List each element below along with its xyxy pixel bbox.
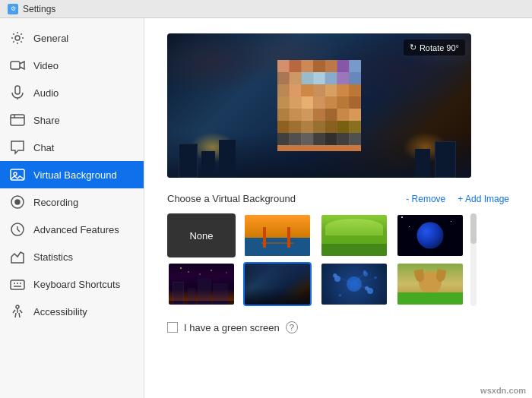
chat-icon — [9, 139, 26, 156]
bg-item-city-night[interactable] — [167, 262, 236, 306]
svg-rect-50 — [313, 121, 325, 133]
sidebar-label-virtual-background: Virtual Background — [33, 169, 117, 181]
svg-rect-19 — [277, 72, 290, 84]
advanced-features-icon — [9, 221, 26, 238]
video-icon — [9, 57, 26, 74]
svg-line-70 — [340, 284, 354, 295]
sidebar-label-video: Video — [33, 60, 59, 71]
bg-item-none[interactable]: None — [167, 213, 236, 257]
svg-rect-45 — [337, 109, 350, 121]
svg-rect-39 — [349, 96, 361, 109]
sidebar-label-keyboard-shortcuts: Keyboard Shortcuts — [33, 279, 120, 290]
sidebar-item-statistics[interactable]: Statistics — [0, 243, 144, 270]
sidebar-item-audio[interactable]: Audio — [0, 79, 144, 106]
sidebar-item-advanced-features[interactable]: Advanced Features — [0, 216, 144, 243]
svg-rect-15 — [313, 60, 325, 72]
svg-rect-59 — [337, 133, 350, 145]
svg-rect-42 — [301, 109, 313, 121]
svg-rect-37 — [325, 96, 337, 109]
svg-rect-30 — [325, 84, 337, 96]
sidebar-item-accessibility[interactable]: Accessibility — [0, 298, 144, 325]
svg-rect-35 — [301, 96, 313, 109]
svg-rect-51 — [325, 121, 337, 133]
svg-rect-18 — [349, 60, 361, 72]
app-container: General Video Audio — [0, 18, 532, 398]
face-blur — [277, 60, 361, 151]
svg-rect-29 — [313, 84, 325, 96]
svg-rect-31 — [337, 84, 350, 96]
help-icon[interactable]: ? — [286, 321, 298, 333]
sidebar-item-recording[interactable]: Recording — [0, 188, 144, 216]
svg-rect-38 — [337, 96, 350, 109]
green-screen-checkbox[interactable] — [167, 322, 178, 333]
svg-rect-49 — [301, 121, 313, 133]
bg-item-nature[interactable] — [320, 213, 388, 257]
svg-rect-1 — [11, 62, 20, 69]
svg-rect-27 — [290, 84, 302, 96]
svg-rect-53 — [349, 121, 361, 133]
svg-line-71 — [354, 278, 375, 284]
svg-rect-43 — [313, 109, 325, 121]
svg-rect-52 — [337, 121, 350, 133]
sidebar-item-chat[interactable]: Chat — [0, 134, 144, 161]
title-bar-text: Settings — [23, 4, 55, 14]
choose-title: Choose a Virtual Background — [167, 193, 296, 204]
sidebar-label-advanced-features: Advanced Features — [33, 224, 119, 235]
sidebar-item-share[interactable]: Share — [0, 106, 144, 134]
app-icon: ⚙ — [8, 4, 18, 14]
svg-rect-20 — [290, 72, 302, 84]
sidebar-label-recording: Recording — [33, 197, 78, 208]
svg-rect-36 — [313, 96, 325, 109]
svg-point-0 — [15, 36, 20, 40]
choose-section: Choose a Virtual Background - Remove + A… — [167, 193, 509, 306]
svg-rect-46 — [349, 109, 361, 121]
svg-rect-60 — [349, 133, 361, 145]
svg-rect-44 — [325, 109, 337, 121]
bg-item-bridge[interactable] — [243, 213, 312, 257]
svg-point-7 — [15, 200, 20, 204]
sidebar: General Video Audio — [0, 18, 144, 398]
sidebar-item-virtual-background[interactable]: Virtual Background — [0, 161, 144, 188]
preview-container: ↻ Rotate 90° — [167, 33, 471, 178]
svg-point-66 — [364, 286, 369, 291]
bg-item-dog[interactable] — [396, 262, 464, 306]
audio-icon — [9, 84, 26, 101]
background-grid: None — [167, 213, 467, 306]
rotate-button[interactable]: ↻ Rotate 90° — [404, 39, 465, 55]
remove-button[interactable]: - Remove — [406, 194, 445, 204]
sidebar-item-video[interactable]: Video — [0, 52, 144, 79]
background-grid-wrapper: None — [167, 213, 467, 306]
share-icon — [9, 112, 26, 128]
sidebar-item-general[interactable]: General — [0, 24, 144, 52]
svg-rect-28 — [301, 84, 313, 96]
title-bar: ⚙ Settings — [0, 0, 532, 18]
svg-rect-17 — [337, 60, 350, 72]
bg-item-network[interactable] — [320, 262, 388, 306]
scrollbar-thumb[interactable] — [470, 213, 477, 244]
svg-rect-3 — [11, 115, 24, 125]
svg-point-65 — [333, 273, 337, 278]
choose-header: Choose a Virtual Background - Remove + A… — [167, 193, 509, 204]
add-image-button[interactable]: + Add Image — [458, 194, 509, 204]
svg-rect-32 — [349, 84, 361, 96]
bg-item-selected[interactable] — [243, 262, 312, 306]
svg-rect-55 — [290, 133, 302, 145]
preview-image: ↻ Rotate 90° — [167, 33, 471, 178]
svg-rect-41 — [290, 109, 302, 121]
svg-point-5 — [14, 172, 17, 175]
svg-rect-54 — [277, 133, 290, 145]
svg-rect-25 — [349, 72, 361, 84]
green-screen-label: I have a green screen — [184, 322, 280, 333]
recording-icon — [9, 194, 26, 210]
svg-rect-16 — [325, 60, 337, 72]
sidebar-label-general: General — [33, 33, 68, 44]
sidebar-label-chat: Chat — [33, 142, 54, 153]
green-screen-section: I have a green screen ? — [167, 321, 509, 333]
svg-rect-13 — [290, 60, 302, 72]
svg-rect-47 — [277, 121, 290, 133]
bg-item-space[interactable] — [396, 213, 464, 257]
sidebar-item-keyboard-shortcuts[interactable]: Keyboard Shortcuts — [0, 270, 144, 298]
sidebar-label-statistics: Statistics — [33, 251, 73, 263]
svg-rect-2 — [15, 86, 20, 94]
svg-rect-40 — [277, 109, 290, 121]
